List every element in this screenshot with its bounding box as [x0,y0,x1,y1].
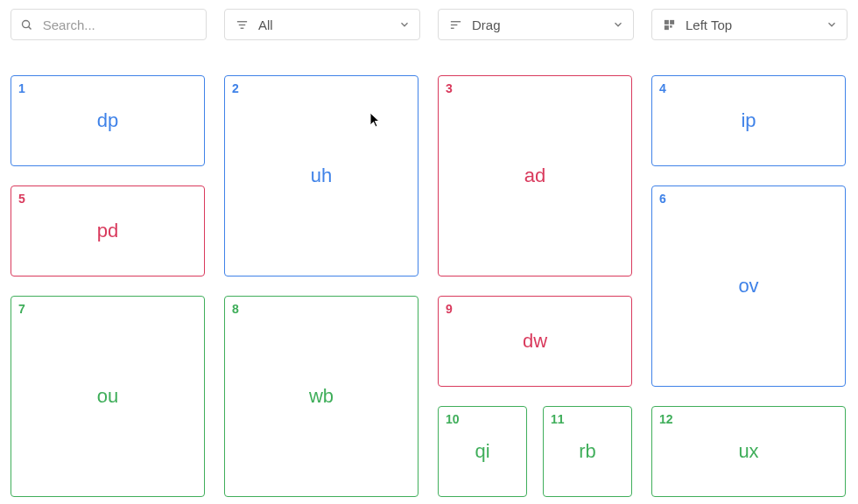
align-label: Left Top [686,18,826,32]
card-11[interactable]: 11rb [543,406,632,497]
mode-select[interactable]: Drag [438,9,634,40]
card-number: 3 [446,81,453,95]
card-text: ov [738,275,758,298]
filter-select[interactable]: All [224,9,420,40]
card-2[interactable]: 2uh [224,75,418,276]
card-text: ux [738,440,758,463]
search-icon [20,18,34,32]
card-text: ip [741,109,756,132]
svg-line-1 [29,26,32,29]
card-text: qi [475,440,489,463]
card-text: dw [523,330,547,353]
card-6[interactable]: 6ov [651,186,846,387]
search-input[interactable] [43,18,197,32]
mode-label: Drag [472,18,612,32]
align-select[interactable]: Left Top [651,9,847,40]
svg-rect-9 [670,19,674,24]
card-text: uh [311,164,332,187]
filter-label: All [258,18,398,32]
card-12[interactable]: 12ux [651,406,846,497]
svg-rect-10 [664,25,668,30]
card-10[interactable]: 10qi [438,406,527,497]
filter-icon [234,18,250,32]
svg-point-0 [23,20,30,27]
card-5[interactable]: 5pd [11,186,205,276]
chevron-down-icon [398,18,411,31]
card-number: 2 [232,81,239,95]
card-text: ou [97,385,118,408]
chevron-down-icon [612,18,624,31]
card-number: 10 [446,412,460,426]
card-number: 1 [18,81,25,95]
card-text: ad [524,164,545,187]
card-number: 8 [232,302,239,316]
card-text: dp [97,109,118,132]
card-text: pd [97,220,118,242]
card-number: 7 [18,302,25,316]
card-7[interactable]: 7ou [11,296,205,497]
svg-rect-11 [670,25,672,28]
svg-rect-8 [664,19,668,24]
grid-icon [661,18,677,32]
card-number: 4 [659,81,666,95]
card-number: 11 [551,412,565,426]
card-grid: 1dp2uh3ad4ip5pd6ov7ou8wb9dw10qi11rb12ux [0,49,858,504]
card-1[interactable]: 1dp [11,75,205,166]
card-8[interactable]: 8wb [224,296,418,497]
toolbar: All Drag [0,0,858,49]
card-text: rb [579,440,596,463]
search-box[interactable] [11,9,207,40]
card-9[interactable]: 9dw [438,296,632,387]
card-number: 5 [18,192,25,206]
card-3[interactable]: 3ad [438,75,632,276]
card-text: wb [309,385,334,408]
chevron-down-icon [826,18,838,31]
card-number: 9 [446,302,453,316]
sort-icon [447,18,463,32]
card-number: 6 [659,192,666,206]
card-number: 12 [659,412,673,426]
card-4[interactable]: 4ip [651,75,846,166]
